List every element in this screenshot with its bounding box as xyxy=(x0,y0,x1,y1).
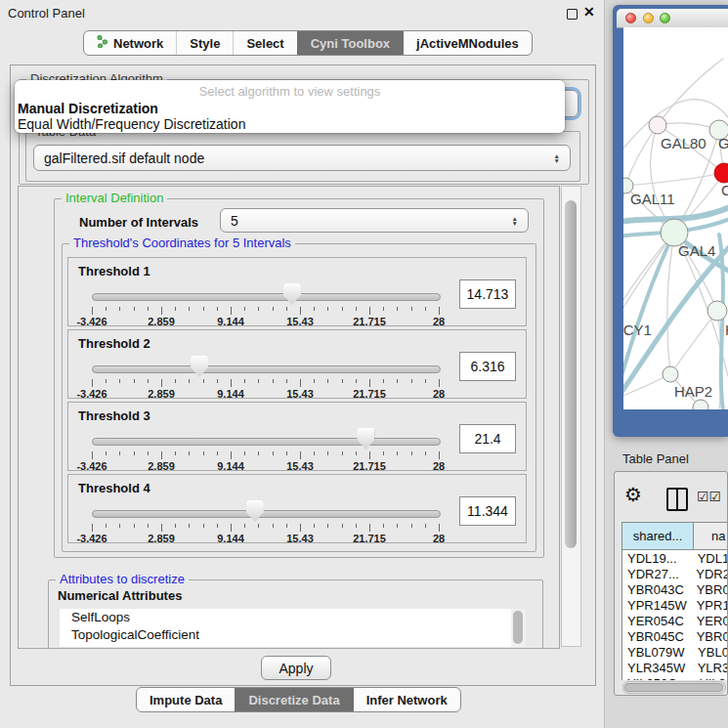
scrollbar-thumb[interactable] xyxy=(513,611,523,644)
minimize-traffic-light[interactable] xyxy=(643,13,654,23)
network-edge[interactable] xyxy=(623,186,625,314)
table-cell: YER054C xyxy=(622,614,690,628)
number-of-intervals-combobox[interactable]: 5 ▲▼ xyxy=(220,208,529,233)
threshold-value-field[interactable]: 21.4 xyxy=(459,424,516,453)
column-header-shared-name[interactable]: shared... xyxy=(622,523,694,549)
table-row[interactable]: YBL079WYBL0 xyxy=(622,644,728,660)
network-node-label: GAL4 xyxy=(678,242,715,259)
table-row[interactable]: YLR345WYLR3 xyxy=(622,660,728,675)
scrollbar-thumb[interactable] xyxy=(624,683,723,692)
checkbox-icons[interactable]: ☑☑ xyxy=(697,489,721,504)
network-node-label: C xyxy=(721,182,728,198)
tab-infer-network[interactable]: Infer Network xyxy=(353,688,460,711)
group-title: Interval Definition xyxy=(62,191,167,205)
tab-label: Network xyxy=(113,36,163,51)
tab-discretize-data[interactable]: Discretize Data xyxy=(235,688,352,711)
table-cell: YBR043C xyxy=(622,582,690,597)
gear-icon[interactable]: ⚙ xyxy=(624,485,642,504)
attribute-list-item[interactable]: BetweennessCentrality xyxy=(60,644,511,647)
dropdown-option-equal-width-frequency[interactable]: Equal Width/Frequency Discretization xyxy=(15,116,565,132)
threshold-label: Threshold 1 xyxy=(78,264,150,278)
zoom-traffic-light[interactable] xyxy=(660,13,670,23)
tab-style[interactable]: Style xyxy=(176,31,233,55)
close-icon[interactable]: ✕ xyxy=(583,4,595,20)
table-cell: YBR0 xyxy=(690,582,728,597)
table-row[interactable]: YDR27...YDR2 xyxy=(622,566,728,581)
slider-thumb[interactable] xyxy=(191,356,208,377)
tab-network[interactable]: Network xyxy=(84,31,176,55)
table-row[interactable]: YBR043CYBR0 xyxy=(622,581,728,597)
table-row[interactable]: YPR145WYPR1 xyxy=(622,597,728,613)
tab-label: Discretize Data xyxy=(248,693,339,707)
slider-thumb[interactable] xyxy=(283,283,301,305)
attribute-list-item[interactable]: TopologicalCoefficient xyxy=(60,626,511,644)
tab-label: Select xyxy=(246,36,283,51)
number-of-intervals-label: Number of Intervals xyxy=(79,215,198,230)
split-columns-icon[interactable] xyxy=(666,488,688,511)
threshold-panel: Threshold 1-3.4262.8599.14415.4321.71528… xyxy=(67,257,527,326)
slider-track[interactable] xyxy=(92,293,441,301)
threshold-value-field[interactable]: 6.316 xyxy=(459,352,516,381)
network-node-label: GAL80 xyxy=(661,135,707,151)
tab-cyni-toolbox[interactable]: Cyni Toolbox xyxy=(297,31,403,55)
network-edge[interactable] xyxy=(625,173,724,186)
column-header-name[interactable]: na xyxy=(694,523,727,549)
table-row[interactable]: YER054CYER0 xyxy=(622,613,728,628)
table-data-combobox[interactable]: galFiltered.sif default node ▲▼ xyxy=(33,145,571,171)
table-row[interactable]: YDL19...YDL1 xyxy=(622,550,728,566)
float-window-icon[interactable] xyxy=(567,9,578,20)
table-cell: YBR045C xyxy=(622,629,690,644)
network-node[interactable] xyxy=(707,301,727,321)
tab-impute-data[interactable]: Impute Data xyxy=(137,688,235,711)
threshold-label: Threshold 2 xyxy=(78,336,150,351)
network-edge[interactable] xyxy=(658,59,723,125)
numerical-attributes-label: Numerical Attributes xyxy=(58,588,182,603)
table-cell: YBL079W xyxy=(622,645,691,660)
tab-jactivemnodules[interactable]: jActiveMNodules xyxy=(403,31,532,55)
network-edge-highlighted[interactable] xyxy=(719,235,723,409)
slider-thumb[interactable] xyxy=(246,500,264,522)
slider-track[interactable] xyxy=(92,438,441,446)
tab-label: Infer Network xyxy=(366,693,448,707)
scrollbar-thumb[interactable] xyxy=(565,200,577,548)
network-node-label: GAL11 xyxy=(630,191,675,207)
tab-select[interactable]: Select xyxy=(233,31,296,55)
threshold-value-field[interactable]: 11.344 xyxy=(459,496,516,526)
table-cell: YIL0 xyxy=(693,676,726,681)
close-traffic-light[interactable] xyxy=(625,13,636,23)
network-edge[interactable] xyxy=(670,311,717,374)
threshold-panel: Threshold 2-3.4262.8599.14415.4321.71528… xyxy=(67,329,527,399)
tab-label: Cyni Toolbox xyxy=(311,36,390,51)
threshold-value-field[interactable]: 14.713 xyxy=(459,279,516,309)
group-title: Threshold's Coordinates for 5 Intervals xyxy=(69,236,295,250)
tab-label: jActiveMNodules xyxy=(416,36,519,51)
table-cell: YPR1 xyxy=(690,598,728,613)
window-titlebar[interactable] xyxy=(617,9,728,28)
table-header-row: shared... na xyxy=(621,522,728,550)
network-node-label: GCY1 xyxy=(623,321,652,338)
slider-ticks xyxy=(92,379,439,388)
slider-thumb[interactable] xyxy=(357,428,374,450)
table-cell: YIL052C xyxy=(622,676,693,681)
network-canvas[interactable]: GAL80GACGAL11GAL4GCY1HHAP2 xyxy=(623,27,728,409)
network-edge[interactable] xyxy=(667,233,674,374)
slider-track[interactable] xyxy=(92,510,441,518)
combobox-value: 5 xyxy=(231,213,238,229)
network-node[interactable] xyxy=(649,116,666,134)
stepper-arrows-icon: ▲▼ xyxy=(548,153,560,163)
table-cell: YLR3 xyxy=(691,661,728,675)
attribute-list-item[interactable]: SelfLoops xyxy=(60,609,511,626)
attributes-list-scrollbar[interactable] xyxy=(511,609,526,647)
network-node-label: HAP2 xyxy=(674,383,712,400)
apply-button[interactable]: Apply xyxy=(261,656,331,680)
network-edge[interactable] xyxy=(625,125,658,186)
table-row[interactable]: YIL052CYIL0 xyxy=(622,675,728,680)
table-row[interactable]: YBR045CYBR0 xyxy=(622,628,728,644)
network-node[interactable] xyxy=(663,366,678,382)
slider-tick-labels: -3.4262.8599.14415.4321.71528 xyxy=(92,460,439,471)
dropdown-option-manual-discretization[interactable]: Manual Discretization xyxy=(15,101,565,116)
table-horizontal-scrollbar[interactable] xyxy=(622,681,726,694)
settings-vertical-scrollbar[interactable] xyxy=(561,186,581,647)
slider-tick-labels: -3.4262.8599.14415.4321.71528 xyxy=(92,388,439,399)
slider-track[interactable] xyxy=(92,365,441,373)
